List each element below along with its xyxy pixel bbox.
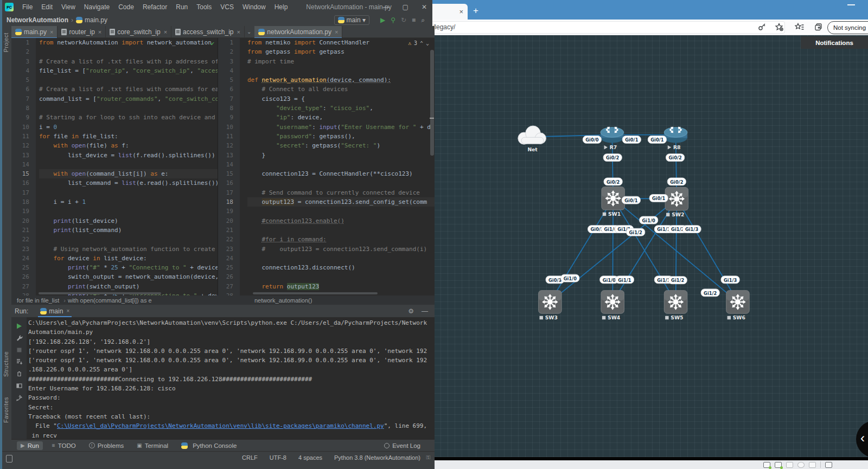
resize-icon[interactable] [809,462,816,468]
code-line[interactable]: switch_output = network_automation(devic… [39,272,218,281]
menu-view[interactable]: View [57,3,80,11]
status-item[interactable]: Python 3.8 (NetworkAutomation) [334,454,420,461]
code-line[interactable] [39,47,218,56]
code-left[interactable]: from networkAutomation import network_au… [39,38,218,295]
toolwindow-run[interactable]: ▶Run [17,441,43,450]
code-line[interactable] [247,272,435,281]
console-output[interactable]: C:\Users\el_da\PycharmProjects\NetworkAu… [28,318,435,439]
settings-gear-icon[interactable]: ⚙ [408,307,414,315]
close-button[interactable]: ✕ [422,3,427,11]
code-line[interactable] [247,178,435,188]
gns3-topology-canvas[interactable]: Notifications Net R7 [412,35,868,457]
menu-refactor[interactable]: Refactor [138,3,171,11]
code-line[interactable]: output123 = connection123.send_config_se… [247,197,435,207]
code-line[interactable]: print("#" * 25 + "Connecting to " + devi… [39,263,218,272]
device-sw3[interactable]: SW3 [539,291,561,321]
tab-networkAutomation-py[interactable]: networkAutomation.py× [254,26,342,38]
close-icon[interactable]: × [66,308,69,314]
menu-code[interactable]: Code [114,3,138,11]
code-line[interactable] [247,66,435,75]
code-line[interactable]: list_command = list(e.read().splitlines(… [39,178,218,188]
code-line[interactable]: i = 0 [39,123,218,132]
code-line[interactable]: # Send command to currently connected de… [247,188,435,197]
minimize-button[interactable]: — [383,3,390,11]
code-line[interactable] [39,104,218,113]
info-icon[interactable] [797,462,805,468]
device-sw5[interactable]: SW5 [664,291,687,321]
hidden-tabs-chevron-icon[interactable]: ⌄ [247,29,251,35]
pin-icon[interactable] [16,394,23,401]
menu-run[interactable]: Run [171,3,192,11]
debug-button[interactable]: ⚲ [391,16,395,24]
tab-access_switch_ip[interactable]: access_switch_ip× [171,26,245,38]
code-line[interactable]: from networkAutomation import network_au… [39,38,218,47]
prev-problem-icon[interactable]: ⌃ [420,40,423,46]
code-line[interactable] [39,75,218,85]
status-item[interactable]: 4 spaces [298,454,322,461]
browser-minimize-button[interactable] [847,4,855,5]
code-right[interactable]: from netmiko import ConnectHandlerfrom g… [247,38,435,295]
code-line[interactable]: #connection123.enable() [247,216,435,226]
toolwindow-python-console[interactable]: Python Console [177,441,240,450]
code-line[interactable]: #for i in command: [247,235,435,244]
code-line[interactable] [39,160,218,169]
next-problem-icon[interactable]: ⌄ [426,40,429,46]
url-text[interactable]: /legacy/ [433,23,455,31]
menu-tools[interactable]: Tools [192,3,216,11]
note-icon[interactable] [825,462,832,468]
new-tab-button[interactable]: + [473,5,478,16]
v-scrollbar-right[interactable] [430,50,434,156]
run-configuration-select[interactable]: main ▾ [334,15,369,25]
code-line[interactable]: connection123.disconnect() [247,263,435,272]
code-line[interactable]: command_list = ["router_commands", "core… [39,94,218,104]
h-scrollbar-left[interactable] [39,292,161,294]
menu-window[interactable]: Window [238,3,270,11]
hide-panel-icon[interactable]: — [422,307,428,315]
code-line[interactable]: # output123 = connection123.send_command… [247,245,435,254]
tab-main-py[interactable]: main.py× [11,26,58,38]
soft-wrap-icon[interactable] [16,382,23,389]
code-line[interactable]: connection123 = ConnectHandler(**cisco12… [247,169,435,178]
crumb-for-loop[interactable]: for file in file_list [17,297,59,304]
rerun-icon[interactable] [16,323,23,330]
stop-icon[interactable] [16,346,23,354]
collections-icon[interactable] [814,22,824,32]
crumb-function[interactable]: network_automation() [254,297,312,304]
device-r8[interactable]: R8 [664,125,687,150]
code-line[interactable]: # Starting a for loop to ssh into each d… [39,113,218,122]
rerun-button[interactable]: ↻ [401,16,406,24]
code-line[interactable]: from netmiko import ConnectHandler [247,38,435,47]
code-line[interactable] [247,226,435,235]
menu-help[interactable]: Help [270,3,292,11]
code-line[interactable]: list_device = list(f.read().splitlines()… [39,151,218,160]
toolwindow-problems[interactable]: !Problems [85,441,128,450]
crumb-with-open[interactable]: with open(command_list[i]) as e [68,297,152,304]
editor-main-py[interactable]: 1234567891011121314151617181920212223242… [11,38,218,295]
profile-not-syncing-button[interactable]: Not syncing [827,21,868,34]
code-line[interactable]: return output123 [247,282,435,291]
tool-windows-toggle-icon[interactable] [6,455,12,462]
code-line[interactable] [39,188,218,197]
device-status-icon[interactable] [775,462,782,468]
code-line[interactable]: "secret": getpass("Secret: ") [247,141,435,150]
code-line[interactable]: from getpass import getpass [247,47,435,56]
code-line[interactable]: } [247,151,435,160]
server-status-icon[interactable] [763,462,770,468]
code-line[interactable]: # Create a list of .txt files with comma… [39,85,218,94]
close-icon[interactable]: × [335,29,338,35]
device-sw6[interactable]: SW6 [726,291,749,321]
close-icon[interactable]: × [164,29,167,35]
breadcrumb-file[interactable]: main.py [85,16,107,24]
address-bar[interactable] [412,21,785,34]
browser-titlebar[interactable]: × + [412,0,868,20]
code-line[interactable]: file_list = ["router_ip", "core_switch_i… [39,66,218,75]
code-line[interactable]: print(list_command) [39,226,218,235]
key-icon[interactable] [757,22,767,32]
code-line[interactable] [247,207,435,216]
pycharm-titlebar[interactable]: PC FileEditViewNavigateCodeRefactorRunTo… [2,0,432,14]
status-item[interactable]: CRLF [242,454,258,461]
code-line[interactable]: # Using network_automation function to c… [39,245,218,254]
status-item[interactable]: UTF-8 [270,454,286,461]
tab-router_ip[interactable]: router_ip× [58,26,106,38]
wrench-icon[interactable] [16,335,23,342]
